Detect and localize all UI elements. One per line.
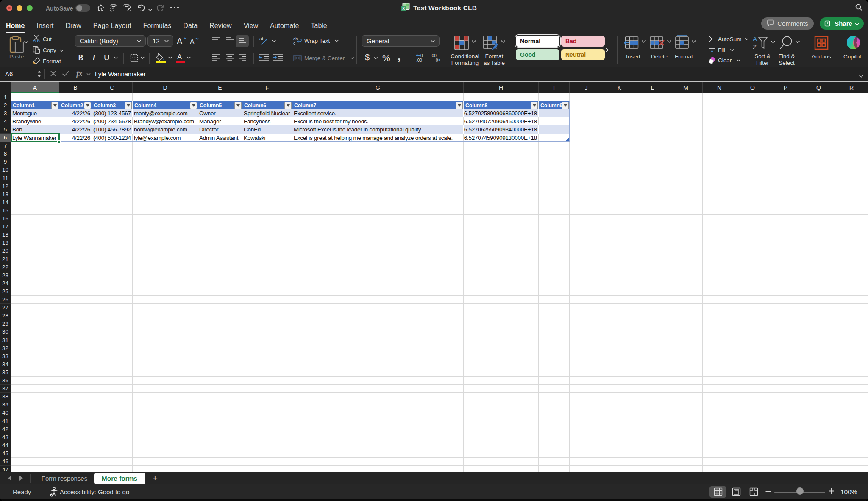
fill-color-chevron-icon[interactable] — [168, 56, 172, 59]
row-header-15[interactable]: 15 — [0, 206, 11, 214]
sort-filter-chevron-icon[interactable] — [771, 40, 776, 44]
home-icon[interactable] — [97, 3, 105, 12]
row-header-28[interactable]: 28 — [0, 312, 11, 320]
font-color-chevron-icon[interactable] — [186, 56, 191, 59]
row-header-35[interactable]: 35 — [0, 368, 11, 376]
format-cells-chevron-icon[interactable] — [691, 40, 696, 43]
table-cell[interactable]: bobtw@example.com — [133, 125, 198, 134]
row-header-12[interactable]: 12 — [0, 182, 11, 190]
table-cell[interactable]: Excel is the best for my needs. — [292, 117, 464, 125]
paste-icon[interactable] — [9, 36, 25, 55]
formula-input[interactable]: Lyle Wannamaker — [95, 67, 146, 81]
delete-cells-icon[interactable] — [650, 36, 665, 49]
row-header-40[interactable]: 40 — [0, 409, 11, 417]
merge-center-button[interactable]: Merge & Center — [304, 55, 345, 61]
filter-dropdown-button[interactable] — [562, 102, 569, 109]
row-header-36[interactable]: 36 — [0, 377, 11, 385]
table-cell[interactable]: Excellent service. — [292, 109, 464, 117]
zoom-out-icon[interactable] — [765, 488, 771, 496]
currency-format-button[interactable]: $ — [365, 53, 370, 62]
format-as-table-icon[interactable] — [483, 36, 498, 50]
cut-button[interactable]: Cut — [43, 36, 52, 42]
conditional-formatting-chevron-icon[interactable] — [471, 40, 476, 43]
fx-chevron-icon[interactable] — [86, 73, 91, 76]
insert-function-icon[interactable]: fx — [76, 70, 82, 78]
table-cell[interactable]: Director — [198, 125, 242, 134]
format-cells-icon[interactable] — [674, 35, 690, 49]
align-bottom-icon[interactable] — [239, 38, 246, 44]
merge-center-icon[interactable] — [293, 54, 302, 62]
row-header-1[interactable]: 1 — [0, 93, 11, 101]
fill-chevron-icon[interactable] — [730, 49, 734, 52]
wrap-text-button[interactable]: Wrap Text — [304, 38, 330, 44]
row-header-8[interactable]: 8 — [0, 150, 11, 158]
find-select-icon[interactable] — [779, 36, 793, 50]
sheet-tab-more-forms[interactable]: More forms — [94, 473, 145, 484]
table-cell[interactable]: lyle@example.com — [133, 134, 198, 142]
column-header-H[interactable]: H — [464, 82, 539, 93]
filter-dropdown-button[interactable] — [531, 102, 538, 109]
bold-button[interactable]: B — [78, 53, 83, 62]
clear-button[interactable]: Clear — [718, 57, 732, 64]
tab-view[interactable]: View — [244, 22, 258, 32]
cut-icon[interactable] — [33, 34, 40, 43]
search-icon[interactable] — [855, 3, 863, 13]
row-header-37[interactable]: 37 — [0, 385, 11, 393]
decrease-indent-icon[interactable] — [259, 54, 269, 61]
name-box[interactable]: A6 — [5, 67, 13, 81]
row-header-10[interactable]: 10 — [0, 166, 11, 174]
orientation-icon[interactable]: ab — [259, 36, 269, 45]
row-header-13[interactable]: 13 — [0, 190, 11, 198]
conditional-formatting-icon[interactable] — [454, 36, 469, 50]
font-family-select[interactable]: Calibri (Body) — [75, 35, 146, 47]
column-header-K[interactable]: K — [603, 82, 636, 93]
minimize-window-button[interactable] — [17, 5, 22, 11]
save-as-icon[interactable] — [122, 3, 131, 12]
row-header-44[interactable]: 44 — [0, 441, 11, 449]
page-layout-view-button[interactable] — [728, 486, 745, 498]
row-header-3[interactable]: 3 — [0, 109, 11, 117]
format-as-table-button[interactable]: Formatas Table — [478, 53, 510, 66]
align-middle-icon[interactable] — [226, 37, 234, 43]
table-cell[interactable]: 4/22/26 — [59, 134, 92, 142]
column-header-A[interactable]: A — [11, 82, 59, 93]
row-header-21[interactable]: 21 — [0, 255, 11, 263]
table-cell[interactable]: Springfield Nuclear — [242, 109, 292, 117]
font-color-icon[interactable]: A — [176, 53, 185, 63]
font-size-select[interactable]: 12 — [147, 35, 173, 47]
column-header-Q[interactable]: Q — [802, 82, 835, 93]
fill-color-icon[interactable] — [155, 53, 167, 63]
column-header-I[interactable]: I — [539, 82, 570, 93]
normal-view-button[interactable] — [709, 486, 726, 498]
row-header-30[interactable]: 30 — [0, 328, 11, 336]
table-cell[interactable]: ConEd — [242, 125, 292, 134]
row-header-34[interactable]: 34 — [0, 360, 11, 368]
row-header-24[interactable]: 24 — [0, 279, 11, 287]
row-header-16[interactable]: 16 — [0, 215, 11, 223]
row-header-33[interactable]: 33 — [0, 352, 11, 360]
delete-cells-chevron-icon[interactable] — [667, 40, 672, 43]
column-header-N[interactable]: N — [703, 82, 736, 93]
sort-filter-icon[interactable]: AZ — [753, 36, 768, 50]
row-header-22[interactable]: 22 — [0, 263, 11, 271]
cell-style-good[interactable]: Good — [516, 49, 559, 60]
underline-chevron-icon[interactable] — [114, 56, 118, 59]
clear-chevron-icon[interactable] — [736, 59, 741, 62]
filter-dropdown-button[interactable] — [51, 102, 58, 109]
comma-format-button[interactable]: , — [398, 50, 401, 63]
increase-decimal-icon[interactable]: 0.00 — [415, 53, 426, 62]
table-cell[interactable]: Manager — [198, 117, 242, 125]
align-top-icon[interactable] — [212, 37, 220, 43]
filter-dropdown-button[interactable] — [234, 102, 242, 109]
table-cell[interactable]: 6.527074590909130000E+18 — [464, 134, 539, 142]
find-select-button[interactable]: Find &Select — [775, 53, 798, 66]
column-header-P[interactable]: P — [769, 82, 802, 93]
decrease-font-size-icon[interactable]: A — [190, 37, 199, 45]
add-ins-button[interactable]: Add-ins — [812, 53, 831, 60]
add-sheet-button[interactable]: + — [150, 473, 160, 483]
table-cell[interactable]: Owner — [198, 109, 242, 117]
autosum-icon[interactable] — [709, 36, 715, 42]
autosum-button[interactable]: AutoSum — [718, 36, 742, 42]
column-header-O[interactable]: O — [736, 82, 769, 93]
cancel-entry-icon[interactable] — [50, 70, 56, 78]
